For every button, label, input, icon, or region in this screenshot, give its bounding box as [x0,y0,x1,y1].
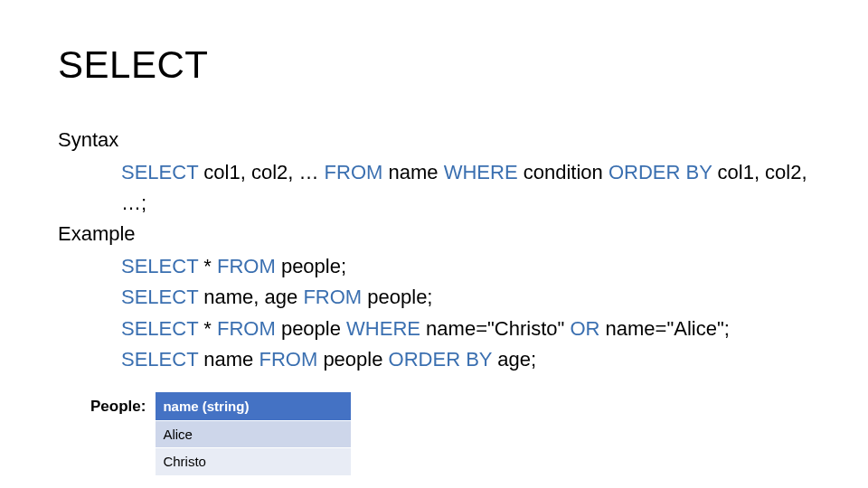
ex2-cols: name, age [203,286,297,308]
ex3-tbl: people [281,317,341,340]
table-header: name (string) [156,391,352,420]
ex3-star: * [203,317,212,340]
syntax-label: Syntax [58,125,810,155]
example-line-3: SELECT * FROM people WHERE name="Christo… [121,314,810,344]
kw-from: FROM [259,348,317,371]
table-cell: Christo [156,448,352,475]
kw-from: FROM [325,161,383,183]
example-label: Example [58,219,810,249]
ex4-tbl: people [323,348,382,371]
example-line-2: SELECT name, age FROM people; [121,282,810,313]
slide-body: Syntax SELECT col1, col2, … FROM name WH… [58,125,810,476]
kw-select: SELECT [121,286,198,308]
ex4-ordercol: age; [497,348,536,371]
syntax-name: name [389,161,439,183]
kw-or: OR [570,317,599,340]
slide: SELECT Syntax SELECT col1, col2, … FROM … [0,0,868,488]
example-line-4: SELECT name FROM people ORDER BY age; [121,344,810,375]
kw-orderby: ORDER BY [609,161,712,183]
kw-from: FROM [217,255,276,277]
syntax-cond: condition [524,161,603,183]
kw-select: SELECT [121,161,198,183]
ex4-cols: name [203,348,253,371]
ex1-tbl: people; [281,255,346,277]
kw-select: SELECT [121,317,198,340]
kw-orderby: ORDER BY [389,348,493,371]
kw-from: FROM [217,317,276,340]
table-label: People: [90,391,146,418]
table-row: Christo [156,448,352,475]
ex1-star: * [203,255,212,277]
kw-where: WHERE [444,161,518,183]
kw-from: FROM [303,286,362,308]
table-cell: Alice [156,421,352,448]
ex3-clause1: name="Christo" [426,317,564,340]
example-line-1: SELECT * FROM people; [121,251,810,282]
kw-select: SELECT [121,348,198,371]
slide-title: SELECT [58,43,810,87]
syntax-line: SELECT col1, col2, … FROM name WHERE con… [121,157,810,219]
kw-where: WHERE [346,317,420,340]
ex3-clause2: name="Alice"; [606,317,730,340]
ex2-tbl: people; [367,286,432,308]
result-table-wrap: People: name (string) Alice Christo [90,391,810,476]
result-table: name (string) Alice Christo [155,391,352,476]
table-row: Alice [156,421,352,448]
kw-select: SELECT [121,255,198,277]
syntax-cols: col1, col2, … [203,161,318,183]
